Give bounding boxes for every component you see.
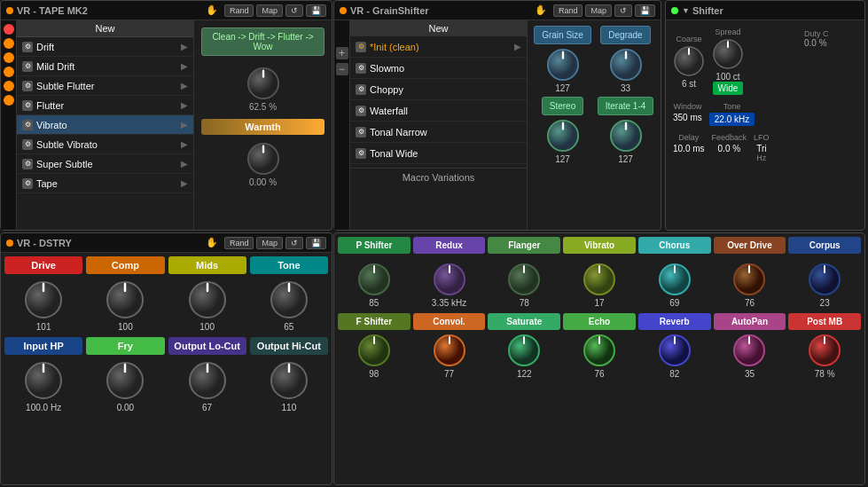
chorus-knob[interactable]	[658, 263, 692, 296]
tape-icon-6[interactable]	[4, 95, 14, 106]
tape-icon-3[interactable]	[4, 52, 14, 63]
corpus-value: 23	[820, 298, 830, 308]
corpus-label: Corpus	[788, 237, 861, 254]
grain-remove-btn[interactable]: −	[336, 63, 348, 75]
tone-param: Tone 22.0 kHz	[709, 102, 755, 126]
panel-tape: VR - TAPE MK2 ✋ Rand Map ↺ 💾 New ⚙ Drift…	[0, 0, 332, 231]
tape-preset-display: Clean -> Drift -> Flutter -> Wow	[201, 27, 325, 56]
f-shifter-knob[interactable]	[357, 334, 391, 367]
duty-section: Duty C 0.0 %	[804, 27, 857, 81]
tape-knob2[interactable]	[246, 142, 280, 176]
dstry-rand-btn[interactable]: Rand	[224, 237, 254, 249]
grain-item-init[interactable]: ⚙ *Init (clean) ▶	[350, 36, 527, 58]
tape-item-super-subtle[interactable]: ⚙ Super Subtle ▶	[17, 154, 193, 174]
tape-save-btn[interactable]: 💾	[306, 4, 326, 17]
p-shifter-knob-wrap: 85	[338, 263, 411, 308]
overdrive-cell: Over Drive	[714, 237, 786, 257]
grain-refresh-btn[interactable]: ↺	[614, 4, 632, 17]
subtle-vibrato-label: Subtle Vibrato	[36, 139, 98, 150]
tape-refresh-btn[interactable]: ↺	[285, 4, 303, 17]
stereo-btn[interactable]: Stereo	[542, 97, 583, 115]
degrade-knob[interactable]	[609, 48, 643, 82]
grain-rand-btn[interactable]: Rand	[553, 4, 583, 17]
grain-size-btn[interactable]: Grain Size	[534, 26, 591, 44]
reverb-knob[interactable]	[658, 334, 692, 367]
iterate-btn[interactable]: Iterate 1-4	[598, 97, 654, 115]
stereo-knob[interactable]	[546, 119, 580, 153]
f-shifter-knob-wrap: 98	[338, 334, 411, 379]
overdrive-knob-wrap: 76	[714, 263, 786, 308]
p-shifter-knob[interactable]	[357, 263, 391, 296]
overdrive-knob[interactable]	[732, 263, 766, 296]
convol-knob[interactable]	[433, 334, 466, 367]
tape-item-flutter[interactable]: ⚙ Flutter ▶	[17, 96, 193, 115]
tone-knob[interactable]	[269, 279, 309, 320]
dstry-bottom-knobs: 100.0 Hz 0.00 67	[4, 360, 328, 412]
tape-item-mild-drift[interactable]: ⚙ Mild Drift ▶	[17, 57, 193, 76]
grain-led[interactable]	[340, 7, 347, 14]
echo-knob[interactable]	[583, 334, 616, 367]
autopan-label: AutoPan	[714, 313, 786, 330]
grain-title: VR - GrainShifter	[350, 5, 535, 16]
post-mb-cell: Post MB	[788, 313, 861, 334]
grain-item-choppy[interactable]: ⚙ Choppy	[350, 79, 527, 100]
tape-item-subtle-vibrato[interactable]: ⚙ Subtle Vibrato ▶	[17, 135, 193, 154]
tape-knob1[interactable]	[246, 67, 280, 100]
grain-map-btn[interactable]: Map	[585, 4, 612, 17]
tape-item-vibrato[interactable]: ⚙ Vibrato ▶	[17, 115, 193, 135]
vibrato-fx-label: Vibrato	[563, 237, 636, 254]
post-mb-knob[interactable]	[808, 334, 841, 367]
tape-led[interactable]	[6, 7, 13, 14]
grain-new-btn[interactable]: New	[350, 20, 527, 36]
tape-rand-btn[interactable]: Rand	[224, 4, 254, 17]
coarse-knob[interactable]	[673, 45, 705, 77]
grain-add-btn[interactable]: +	[336, 47, 348, 59]
input-hp-knob-wrap: 100.0 Hz	[4, 360, 82, 412]
vibrato-fx-knob[interactable]	[583, 263, 616, 296]
grain-save-btn[interactable]: 💾	[635, 4, 655, 17]
mids-value: 100	[199, 322, 215, 332]
corpus-knob[interactable]	[808, 263, 841, 296]
tape-new-btn[interactable]: New	[17, 20, 193, 37]
grain-item-tonal-wide[interactable]: ⚙ Tonal Wide	[350, 143, 527, 164]
grain-item-waterfall[interactable]: ⚙ Waterfall	[350, 100, 527, 122]
grain-item-slowmo[interactable]: ⚙ Slowmo	[350, 58, 527, 79]
convol-knob-wrap: 77	[413, 334, 486, 379]
shifter-led[interactable]	[671, 7, 678, 14]
redux-knob[interactable]	[433, 263, 466, 296]
output-locut-knob[interactable]	[187, 360, 228, 401]
dstry-refresh-btn[interactable]: ↺	[285, 237, 303, 249]
drive-knob[interactable]	[23, 279, 64, 320]
iterate-value: 127	[618, 154, 633, 164]
iterate-knob[interactable]	[609, 119, 643, 153]
tape-item-subtle-flutter[interactable]: ⚙ Subtle Flutter ▶	[17, 76, 193, 96]
grain-item-tonal-narrow[interactable]: ⚙ Tonal Narrow	[350, 122, 527, 143]
tape-icon-5[interactable]	[4, 81, 14, 91]
grain-size-knob[interactable]	[546, 48, 580, 82]
dstry-led[interactable]	[6, 240, 13, 247]
mids-knob[interactable]	[187, 279, 228, 320]
fry-knob[interactable]	[105, 360, 145, 401]
tape-icon-4[interactable]	[4, 67, 14, 77]
delay-label: Delay	[678, 133, 699, 142]
output-hicut-knob[interactable]	[269, 360, 309, 401]
degrade-btn[interactable]: Degrade	[600, 26, 650, 44]
spread-knob[interactable]	[712, 38, 744, 70]
drift-label: Drift	[36, 42, 54, 52]
dstry-map-btn[interactable]: Map	[256, 237, 283, 249]
dstry-save-btn[interactable]: 💾	[306, 237, 326, 249]
tape-map-btn[interactable]: Map	[256, 4, 283, 17]
tape-item-tape[interactable]: ⚙ Tape ▶	[17, 174, 193, 193]
input-hp-knob[interactable]	[23, 360, 64, 401]
comp-knob[interactable]	[105, 279, 145, 320]
tape-icon-2[interactable]	[4, 38, 14, 49]
output-locut-label: Output Lo-Cut	[168, 337, 246, 355]
tone-label: Tone	[723, 102, 741, 111]
waterfall-label: Waterfall	[370, 106, 408, 116]
flanger-knob[interactable]	[507, 263, 541, 296]
tape-item-drift[interactable]: ⚙ Drift ▶	[17, 37, 193, 57]
autopan-knob[interactable]	[732, 334, 766, 367]
saturate-knob[interactable]	[507, 334, 541, 367]
tape-icon-1[interactable]	[4, 24, 14, 35]
choppy-label: Choppy	[370, 84, 403, 95]
